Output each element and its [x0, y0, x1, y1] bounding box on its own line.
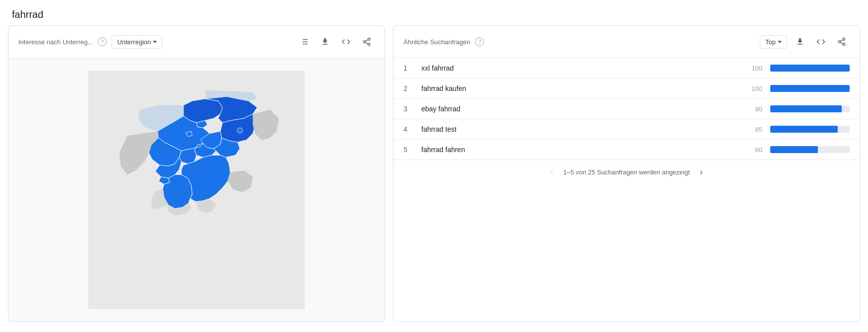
- bar-fill: [770, 65, 850, 72]
- top-dropdown-arrow-icon: [778, 41, 782, 43]
- bar-container: [770, 146, 850, 153]
- map-container: [8, 58, 385, 322]
- item-label: fahrrad fahren: [421, 146, 736, 154]
- item-score: 85: [744, 126, 762, 133]
- prev-page-button[interactable]: ‹: [550, 167, 553, 177]
- item-score: 90: [744, 105, 762, 113]
- download-icon-right[interactable]: [792, 34, 808, 50]
- item-rank: 1: [403, 64, 413, 72]
- list-icon[interactable]: [296, 34, 312, 50]
- list-item[interactable]: 5 fahrrad fahren 60: [394, 140, 860, 160]
- left-help-icon[interactable]: ?: [98, 37, 107, 46]
- svg-point-8: [368, 43, 370, 46]
- item-rank: 5: [403, 146, 413, 154]
- item-rank: 2: [403, 84, 413, 92]
- list-item[interactable]: 1 xxl fahrrad 100: [394, 58, 860, 79]
- left-card-title: Interesse nach Unterreg...: [18, 38, 93, 46]
- svg-point-7: [363, 41, 366, 43]
- item-score: 100: [744, 85, 762, 92]
- item-rank: 4: [403, 125, 413, 133]
- share-icon-right[interactable]: [834, 34, 850, 50]
- share-icon-left[interactable]: [359, 34, 375, 50]
- download-icon-left[interactable]: [317, 34, 333, 50]
- embed-icon-left[interactable]: [338, 34, 354, 50]
- list-item[interactable]: 3 ebay fahrrad 90: [394, 99, 860, 119]
- right-card-title: Ähnliche Suchanfragen: [403, 38, 470, 46]
- bar-container: [770, 105, 850, 112]
- item-rank: 3: [403, 105, 413, 113]
- svg-point-14: [838, 41, 841, 43]
- germany-map: [77, 71, 316, 309]
- item-label: fahrrad kaufen: [421, 84, 736, 92]
- svg-line-16: [840, 42, 843, 44]
- pagination-text: 1–5 von 25 Suchanfragen werden angezeigt: [563, 168, 690, 176]
- next-page-button[interactable]: ›: [700, 167, 703, 177]
- svg-point-6: [368, 38, 370, 41]
- svg-point-12: [237, 128, 242, 133]
- item-score: 60: [744, 146, 762, 154]
- right-card-header: Ähnliche Suchanfragen ? Top: [394, 26, 860, 58]
- left-card-header: Interesse nach Unterreg... ? Unterregion: [8, 26, 385, 58]
- unterregion-dropdown[interactable]: Unterregion: [112, 35, 162, 49]
- bar-container: [770, 85, 850, 92]
- left-card: Interesse nach Unterreg... ? Unterregion: [8, 25, 385, 322]
- pagination: ‹ 1–5 von 25 Suchanfragen werden angezei…: [394, 160, 860, 184]
- embed-icon-right[interactable]: [813, 34, 829, 50]
- top-dropdown[interactable]: Top: [760, 35, 787, 49]
- page-title: fahrrad: [0, 0, 868, 25]
- right-card: Ähnliche Suchanfragen ? Top: [393, 25, 860, 322]
- svg-point-13: [843, 38, 845, 41]
- bar-container: [770, 126, 850, 133]
- item-label: fahrrad test: [421, 125, 736, 133]
- svg-line-10: [365, 40, 368, 41]
- bar-fill: [770, 126, 838, 133]
- search-list: 1 xxl fahrrad 100 2 fahrrad kaufen 100 3…: [394, 58, 860, 160]
- dropdown-arrow-icon: [153, 41, 157, 43]
- list-item[interactable]: 4 fahrrad test 85: [394, 119, 860, 140]
- bar-fill: [770, 85, 850, 92]
- bar-fill: [770, 146, 818, 153]
- bar-container: [770, 65, 850, 72]
- list-item[interactable]: 2 fahrrad kaufen 100: [394, 79, 860, 99]
- item-label: ebay fahrrad: [421, 105, 736, 113]
- svg-point-15: [843, 43, 845, 46]
- svg-line-9: [365, 42, 368, 44]
- item-label: xxl fahrrad: [421, 64, 736, 72]
- bar-fill: [770, 105, 842, 112]
- svg-line-17: [840, 40, 843, 41]
- right-help-icon[interactable]: ?: [475, 37, 484, 46]
- item-score: 100: [744, 65, 762, 72]
